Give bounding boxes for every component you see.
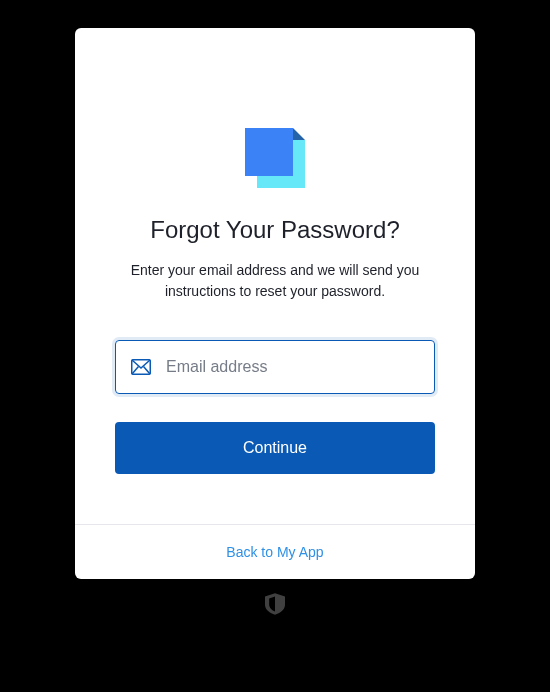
logo-wrap	[115, 128, 435, 188]
back-link[interactable]: Back to My App	[226, 544, 323, 560]
email-field-wrap[interactable]	[115, 340, 435, 394]
page-title: Forgot Your Password?	[115, 216, 435, 244]
provider-badge	[265, 593, 285, 619]
shield-icon	[265, 593, 285, 619]
auth-card: Forgot Your Password? Enter your email a…	[75, 28, 475, 579]
card-main: Forgot Your Password? Enter your email a…	[75, 28, 475, 524]
continue-button[interactable]: Continue	[115, 422, 435, 474]
email-input[interactable]	[166, 341, 434, 393]
card-footer: Back to My App	[75, 524, 475, 579]
mail-icon	[116, 359, 166, 375]
app-logo-icon	[245, 128, 305, 188]
page-subtitle: Enter your email address and we will sen…	[125, 260, 425, 302]
